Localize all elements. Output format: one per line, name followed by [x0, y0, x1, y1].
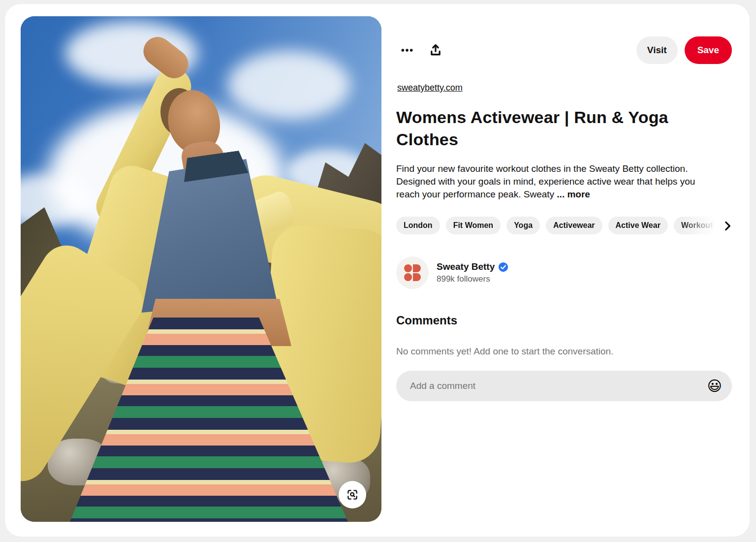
source-link[interactable]: sweatybetty.com	[397, 83, 463, 93]
owner-name[interactable]: Sweaty Betty	[437, 261, 495, 272]
pin-image[interactable]	[21, 16, 381, 522]
upload-share-icon	[429, 43, 442, 57]
emoji-picker-button[interactable]: 😃	[707, 379, 722, 393]
tag-chip[interactable]: Active Wear	[608, 217, 668, 234]
tag-chip[interactable]: Activewear	[546, 217, 602, 234]
tag-chip[interactable]: Workout Leggi	[674, 217, 719, 234]
tag-chip[interactable]: Yoga	[506, 217, 540, 234]
empty-comments-message: No comments yet! Add one to start the co…	[396, 346, 613, 357]
pin-description: Find your new favourite workout clothes …	[396, 162, 702, 201]
avatar[interactable]	[396, 256, 429, 289]
tags-row: London Fit Women Yoga Activewear Active …	[396, 217, 719, 235]
visit-button[interactable]: Visit	[636, 36, 678, 64]
board-owner: Sweaty Betty 899k followers	[396, 256, 508, 289]
share-button[interactable]	[425, 39, 446, 61]
pin-details-pane: Visit Save sweatybetty.com Womens Active…	[396, 4, 732, 537]
see-more-link[interactable]: ... more	[557, 189, 590, 199]
verified-badge-icon	[498, 262, 508, 272]
pin-action-bar: Visit Save	[396, 36, 732, 64]
comments-heading: Comments	[396, 314, 457, 327]
save-button[interactable]: Save	[685, 36, 732, 64]
visual-search-icon	[346, 488, 359, 501]
pin-title: Womens Activewear | Run & Yoga Clothes	[396, 106, 711, 151]
comment-input[interactable]	[410, 381, 707, 391]
ellipsis-icon	[401, 44, 413, 57]
chevron-right-icon	[721, 220, 734, 232]
visual-search-button[interactable]	[339, 481, 366, 509]
description-text: Find your new favourite workout clothes …	[396, 163, 695, 199]
more-options-button[interactable]	[396, 39, 418, 61]
tag-chip[interactable]: Fit Women	[446, 217, 501, 234]
comment-box: 😃	[396, 371, 732, 401]
tags-scroll-right-button[interactable]	[721, 220, 734, 232]
owner-text: Sweaty Betty 899k followers	[437, 261, 508, 284]
art-cloud	[227, 51, 350, 120]
sweaty-betty-logo-icon	[404, 264, 421, 281]
tag-chip[interactable]: London	[396, 217, 440, 234]
pin-card: Visit Save sweatybetty.com Womens Active…	[5, 4, 750, 537]
follower-count: 899k followers	[437, 274, 508, 284]
